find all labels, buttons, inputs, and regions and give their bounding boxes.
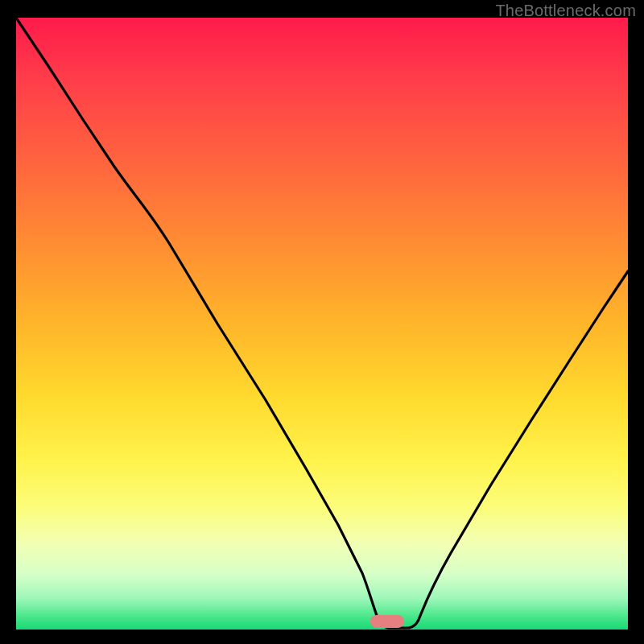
chart-frame: TheBottleneck.com — [0, 0, 644, 644]
plot-area — [16, 18, 628, 630]
optimal-marker — [370, 615, 404, 628]
bottleneck-curve — [16, 18, 628, 630]
curve-path — [16, 18, 628, 628]
